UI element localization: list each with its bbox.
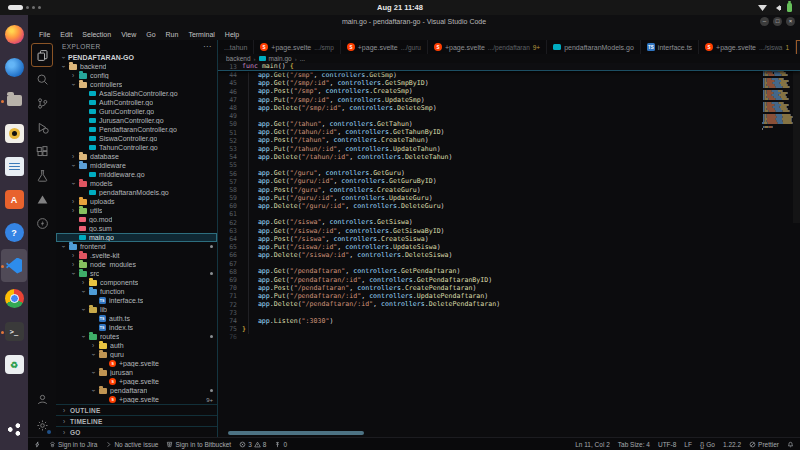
tree-folder-middleware[interactable]: ›middleware (56, 161, 217, 170)
tab--tahun[interactable]: ...tahun (218, 40, 254, 54)
activity-settings-icon[interactable] (31, 413, 53, 437)
tree-file-gurucontroller-go[interactable]: GuruController.go (56, 107, 217, 116)
tree-file--page-svelte[interactable]: S+page.svelte (56, 359, 217, 368)
horizontal-scrollbar[interactable] (228, 431, 364, 435)
dock-item-chrome[interactable] (1, 282, 27, 315)
clock[interactable]: Aug 21 11:48 (0, 3, 800, 12)
tab--page-svelte[interactable]: S+page.svelte.../pendaftaran9+ (428, 40, 547, 54)
code-line[interactable]: 51 app.Get("/tahun/:id", controllers.Get… (218, 129, 800, 137)
code-line[interactable]: 55 (218, 161, 800, 169)
tree-file-authcontroller-go[interactable]: AuthController.go (56, 98, 217, 107)
tree-folder-jurusan[interactable]: ›jurusan (56, 368, 217, 377)
activity-search-icon[interactable] (31, 67, 53, 91)
tree-file-tahuncontroller-go[interactable]: TahunController.go (56, 143, 217, 152)
menu-selection[interactable]: Selection (78, 31, 115, 38)
status-go[interactable]: {}Go (700, 441, 715, 448)
status-prettier[interactable]: Prettier (749, 441, 779, 448)
tree-folder-src[interactable]: ›src (56, 269, 217, 278)
status-jira[interactable]: Sign in to Jira (49, 441, 97, 448)
section-go[interactable]: ›GO (56, 426, 217, 437)
code-area[interactable]: 13func main() { 44 app.Get("/smp", contr… (218, 63, 800, 437)
project-root-row[interactable]: › PENDAFTARAN-GO (56, 53, 217, 62)
activity-triangle-extension-icon[interactable] (31, 187, 53, 211)
activity-explorer-icon[interactable] (31, 43, 53, 67)
tree-folder--svelte-kit[interactable]: ›.svelte-kit (56, 251, 217, 260)
tree-folder-database[interactable]: ›database (56, 152, 217, 161)
code-line[interactable]: 44 app.Get("/smp", controllers.GetSmp) (218, 71, 800, 79)
code-line[interactable]: 61 (218, 210, 800, 218)
dock-item-show-applications[interactable] (1, 413, 27, 446)
menu-edit[interactable]: Edit (56, 31, 76, 38)
tab--page-svelte[interactable]: S+page.svelte.../guru (341, 40, 428, 54)
code-line[interactable]: 73 (218, 309, 800, 317)
code-line[interactable]: 76 (218, 333, 800, 341)
code-line[interactable]: 48 app.Delete("/smp/:id", controllers.De… (218, 104, 800, 112)
dock-item-ubuntu-software[interactable]: A (1, 183, 27, 216)
tab--page-svelte[interactable]: S+page.svelte.../siswa1 (699, 40, 796, 54)
code-line[interactable]: 60 app.Delete("/guru/:id", controllers.D… (218, 202, 800, 210)
breadcrumb-item[interactable]: ... (300, 55, 305, 62)
menu-view[interactable]: View (117, 31, 140, 38)
tree-folder-lib[interactable]: ›lib (56, 305, 217, 314)
vertical-scrollbar[interactable] (793, 63, 800, 223)
status-utf-8[interactable]: UTF-8 (658, 441, 676, 448)
dock-item-rhythmbox[interactable] (1, 117, 27, 150)
tree-folder-auth[interactable]: ›auth (56, 341, 217, 350)
activity-extensions-icon[interactable] (31, 139, 53, 163)
code-line[interactable]: 72 app.Delete("/pendaftaran/:id", contro… (218, 300, 800, 308)
status-1-22-2[interactable]: 1.22.2 (723, 441, 741, 448)
code-line[interactable]: 68 app.Get("/pendaftaran", controllers.G… (218, 268, 800, 276)
code-line[interactable]: 66 app.Delete("/siswa/:id", controllers.… (218, 251, 800, 259)
section-timeline[interactable]: ›TIMELINE (56, 415, 217, 426)
menu-file[interactable]: File (35, 31, 54, 38)
code-line[interactable]: 46 app.Post("/smp", controllers.CreateSm… (218, 88, 800, 96)
breadcrumb-item[interactable]: main.go (269, 55, 292, 62)
tree-file--page-svelte[interactable]: S+page.svelte (56, 377, 217, 386)
dock-item-help[interactable]: ? (1, 216, 27, 249)
menu-go[interactable]: Go (142, 31, 159, 38)
tree-file-asalsekolahcontroller-go[interactable]: AsalSekolahController.go (56, 89, 217, 98)
tree-folder-uploads[interactable]: ›uploads (56, 197, 217, 206)
code-line[interactable]: 70 app.Post("/pendaftaran", controllers.… (218, 284, 800, 292)
code-line[interactable]: 50 app.Get("/tahun", controllers.GetTahu… (218, 120, 800, 128)
status-bell[interactable] (787, 441, 794, 448)
activity-run-debug-icon[interactable] (31, 115, 53, 139)
title-bar[interactable]: main.go - pendaftaran-go - Visual Studio… (28, 15, 800, 28)
breadcrumb-item[interactable]: backend (226, 55, 251, 62)
workspace-indicator[interactable] (8, 5, 41, 10)
minimap[interactable] (762, 64, 792, 132)
dock-item-libreoffice-writer[interactable] (1, 150, 27, 183)
tree-file-auth-ts[interactable]: TSauth.ts (56, 314, 217, 323)
tree-folder-node-modules[interactable]: ›node_modules (56, 260, 217, 269)
tree-file-go-sum[interactable]: go.sum (56, 224, 217, 233)
code-line[interactable]: 74 app.Listen(":3030") (218, 317, 800, 325)
dock-item-thunderbird[interactable] (1, 51, 27, 84)
tree-file-siswacontroller-go[interactable]: SiswaController.go (56, 134, 217, 143)
code-line[interactable]: 67 (218, 260, 800, 268)
code-line[interactable]: 45 app.Get("/smp/:id", controllers.GetSm… (218, 79, 800, 87)
tree-folder-routes[interactable]: ›routes (56, 332, 217, 341)
close-button[interactable]: × (786, 17, 795, 26)
code-line[interactable]: 63 app.Get("/siswa/:id", controllers.Get… (218, 227, 800, 235)
section-outline[interactable]: ›OUTLINE (56, 404, 217, 415)
code-line[interactable]: 52 app.Post("/tahun", controllers.Create… (218, 137, 800, 145)
code-line[interactable]: 69 app.Get("/pendaftaran/:id", controlle… (218, 276, 800, 284)
tab-pendaftaranmodels-go[interactable]: pendaftaranModels.go (547, 40, 641, 54)
code-line[interactable]: 64 app.Post("/siswa", controllers.Create… (218, 235, 800, 243)
code-line[interactable]: 49 (218, 112, 800, 120)
dock-item-files[interactable] (1, 84, 27, 117)
tree-file-middleware-go[interactable]: middleware.go (56, 170, 217, 179)
code-line[interactable]: 65 app.Put("/siswa/:id", controllers.Upd… (218, 243, 800, 251)
code-line[interactable]: 54 app.Delete("/tahun/:id", controllers.… (218, 153, 800, 161)
tree-file-index-ts[interactable]: TSindex.ts (56, 323, 217, 332)
activity-testing-icon[interactable] (31, 163, 53, 187)
code-line[interactable]: 47 app.Put("/smp/:id", controllers.Updat… (218, 96, 800, 104)
status-problems[interactable]: 38 (239, 441, 266, 448)
tree-folder-utils[interactable]: ›utils (56, 206, 217, 215)
status-ln-11-col-2[interactable]: Ln 11, Col 2 (575, 441, 610, 448)
dock-item-vscode[interactable] (1, 249, 27, 282)
tree-folder-controllers[interactable]: ›controllers (56, 80, 217, 89)
menu-run[interactable]: Run (162, 31, 183, 38)
tree-folder-models[interactable]: ›models (56, 179, 217, 188)
maximize-button[interactable]: □ (773, 17, 782, 26)
